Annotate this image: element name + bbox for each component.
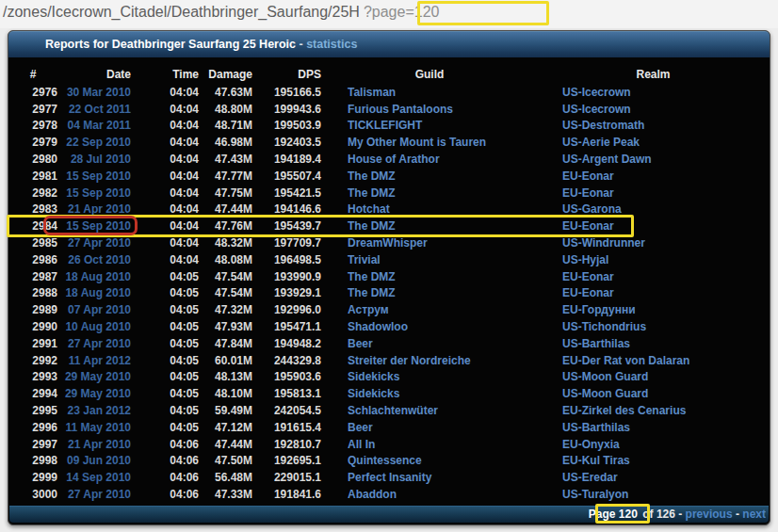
column-header-damage[interactable]: Damage [200,65,253,84]
report-date-link[interactable]: 28 Jul 2010 [71,153,131,166]
realm-link[interactable]: EU-Eonar [562,286,614,299]
realm-link[interactable]: US-Tichondrius [562,320,646,333]
guild-link[interactable]: Schlachtenwüter [348,404,438,417]
realm-link[interactable]: US-Icecrown [562,86,631,99]
realm-link[interactable]: EU-Der Rat von Dalaran [562,354,689,367]
report-date-link[interactable]: 26 Oct 2010 [68,253,131,266]
report-date-link[interactable]: 29 May 2010 [65,387,131,400]
guild-link[interactable]: DreamWhisper [348,236,428,250]
guild-link-cell: The DMZ [322,168,537,185]
report-date-link[interactable]: 04 Mar 2011 [68,119,131,132]
guild-link[interactable]: The DMZ [348,270,396,283]
guild-link[interactable]: Abaddon [348,488,397,501]
guild-link[interactable]: My Other Mount is Tauren [348,136,486,149]
column-header-time[interactable]: Time [133,65,200,84]
report-date-link[interactable]: 11 May 2010 [66,421,131,434]
column-header-dps[interactable]: DPS [253,65,322,84]
guild-link[interactable]: Streiter der Nordreiche [348,354,471,367]
realm-link[interactable]: US-Barthilas [562,337,630,350]
report-date-link[interactable]: 21 Apr 2010 [68,438,131,451]
guild-link[interactable]: Trivial [348,253,381,266]
guild-link[interactable]: Hotchat [348,202,390,216]
guild-link[interactable]: All In [348,438,375,451]
guild-link[interactable]: The DMZ [348,219,396,233]
url-query-param: ?page=120 [360,4,444,20]
guild-link[interactable]: Quintessence [348,454,422,467]
report-date-link[interactable]: 09 Jun 2010 [67,454,131,467]
report-date-link[interactable]: 15 Sep 2010 [66,169,131,183]
realm-link[interactable]: EU-Eonar [562,186,614,200]
report-date-link[interactable]: 18 Aug 2010 [65,270,131,283]
guild-link[interactable]: Shadowloo [348,320,408,333]
guild-link[interactable]: Аструм [348,303,389,316]
report-date-link[interactable]: 07 Apr 2010 [68,303,131,316]
report-date-link[interactable]: 27 Apr 2010 [68,337,131,350]
guild-link[interactable]: The DMZ [348,286,396,299]
realm-link[interactable]: US-Moon Guard [562,370,648,383]
realm-link[interactable]: EU-Гордунни [562,303,636,316]
report-number: 2978 [8,118,59,135]
report-date-link[interactable]: 21 Apr 2010 [68,202,131,216]
realm-link[interactable]: EU-Zirkel des Cenarius [562,404,686,417]
guild-link[interactable]: Perfect Insanity [348,471,431,484]
guild-link[interactable]: Sidekicks [348,387,399,400]
realm-link[interactable]: US-Argent Dawn [562,153,652,166]
table-row: 297722 Oct 201104:0448.80M199943.6Furiou… [8,101,770,118]
report-date-link[interactable]: 27 Apr 2010 [68,236,131,250]
guild-link[interactable]: The DMZ [348,169,396,183]
reports-table: # Date Time Damage DPS Guild Realm 29763… [8,65,770,503]
realm-link[interactable]: US-Turalyon [562,488,628,501]
column-header-realm[interactable]: Realm [537,65,770,84]
previous-page-link[interactable]: previous [686,508,733,521]
next-page-link[interactable]: next [742,508,766,521]
report-date-link[interactable]: 18 Aug 2010 [65,286,131,299]
realm-link[interactable]: US-Eredar [562,471,618,484]
report-date-link-cell: 29 May 2010 [59,369,133,386]
panel-title: Reports for Deathbringer Saurfang 25 Her… [45,38,296,51]
realm-link[interactable]: US-Moon Guard [562,387,648,400]
realm-link[interactable]: US-Destromath [562,119,644,132]
report-date-link[interactable]: 15 Sep 2010 [66,186,131,200]
realm-link[interactable]: US-Garona [562,202,622,216]
guild-link[interactable]: Beer [348,421,373,434]
realm-link[interactable]: US-Aerie Peak [562,136,640,149]
report-date-link[interactable]: 27 Apr 2010 [68,488,131,501]
report-dps: 195471.1 [253,318,322,335]
report-time: 04:05 [133,419,200,436]
realm-link[interactable]: EU-Onyxia [562,438,620,451]
realm-link[interactable]: EU-Eonar [562,270,614,283]
guild-link[interactable]: Beer [348,337,373,350]
guild-link[interactable]: Sidekicks [348,370,399,383]
realm-link[interactable]: EU-Eonar [562,169,614,183]
statistics-link[interactable]: statistics [306,38,357,51]
report-date-link[interactable]: 30 Mar 2010 [67,86,131,99]
guild-link[interactable]: The DMZ [348,186,396,200]
table-row: 299611 May 201004:0547.12M191615.4BeerUS… [8,419,770,436]
report-date-link[interactable]: 29 May 2010 [65,370,131,383]
report-date-link[interactable]: 10 Aug 2010 [65,320,131,333]
report-date-link[interactable]: 15 Sep 2010 [66,219,131,233]
report-date-link[interactable]: 23 Jan 2012 [68,404,131,417]
report-date-link[interactable]: 14 Sep 2010 [66,471,131,484]
report-time: 04:05 [133,301,200,318]
realm-link[interactable]: EU-Kul Tiras [562,454,630,467]
column-header-guild[interactable]: Guild [322,65,537,84]
url-bar[interactable]: /zones/Icecrown_Citadel/Deathbringer_Sau… [0,0,778,28]
realm-link[interactable]: EU-Eonar [562,219,614,233]
realm-link[interactable]: US-Hyjal [562,253,608,266]
report-date-link[interactable]: 22 Oct 2011 [69,103,131,116]
column-header-number[interactable]: # [8,65,59,84]
realm-link[interactable]: US-Icecrown [562,103,631,116]
guild-link-cell: DreamWhisper [322,234,537,251]
report-time: 04:06 [133,453,200,470]
report-dps: 229015.1 [253,469,322,486]
guild-link[interactable]: House of Arathor [348,153,440,166]
realm-link[interactable]: US-Barthilas [562,421,630,434]
report-date-link[interactable]: 22 Sep 2010 [66,136,131,149]
column-header-date[interactable]: Date [59,65,133,84]
report-date-link[interactable]: 11 Apr 2012 [69,354,131,367]
guild-link[interactable]: Talisman [348,86,396,99]
realm-link[interactable]: US-Windrunner [562,236,645,250]
guild-link[interactable]: Furious Pantaloons [348,103,453,116]
guild-link[interactable]: TICKLEFIGHT [348,119,422,132]
